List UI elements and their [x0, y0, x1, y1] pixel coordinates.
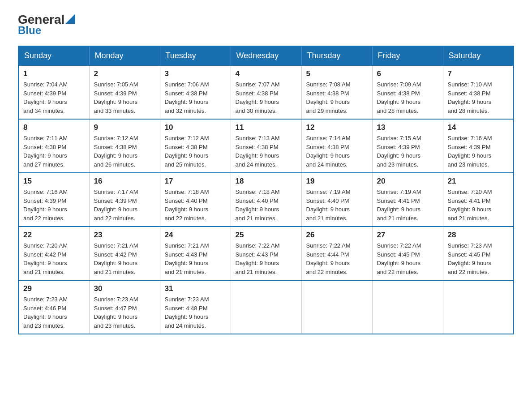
day-number: 13 [377, 123, 438, 132]
day-number: 10 [165, 123, 226, 132]
calendar-cell: 7 Sunrise: 7:10 AM Sunset: 4:38 PM Dayli… [443, 65, 514, 119]
day-number: 9 [94, 123, 155, 132]
day-number: 29 [23, 284, 85, 293]
day-info: Sunrise: 7:16 AM Sunset: 4:39 PM Dayligh… [448, 134, 509, 169]
day-number: 4 [236, 69, 297, 78]
calendar-cell: 20 Sunrise: 7:19 AM Sunset: 4:41 PM Dayl… [372, 173, 443, 227]
day-number: 12 [306, 123, 368, 132]
calendar-week-row: 8 Sunrise: 7:11 AM Sunset: 4:38 PM Dayli… [18, 119, 514, 173]
day-info: Sunrise: 7:19 AM Sunset: 4:41 PM Dayligh… [377, 188, 438, 223]
calendar-cell: 25 Sunrise: 7:22 AM Sunset: 4:43 PM Dayl… [231, 227, 301, 280]
calendar-week-row: 22 Sunrise: 7:20 AM Sunset: 4:42 PM Dayl… [18, 227, 514, 280]
day-info: Sunrise: 7:22 AM Sunset: 4:44 PM Dayligh… [306, 241, 368, 276]
day-number: 28 [448, 231, 509, 240]
day-info: Sunrise: 7:13 AM Sunset: 4:38 PM Dayligh… [236, 134, 297, 169]
calendar-cell: 14 Sunrise: 7:16 AM Sunset: 4:39 PM Dayl… [443, 119, 514, 173]
weekday-header-saturday: Saturday [443, 46, 514, 65]
day-number: 31 [165, 284, 226, 293]
weekday-header-wednesday: Wednesday [231, 46, 301, 65]
day-info: Sunrise: 7:23 AM Sunset: 4:48 PM Dayligh… [165, 295, 226, 330]
day-number: 19 [306, 177, 368, 186]
day-number: 26 [306, 231, 368, 240]
weekday-header-monday: Monday [89, 46, 160, 65]
calendar-cell: 15 Sunrise: 7:16 AM Sunset: 4:39 PM Dayl… [18, 173, 89, 227]
calendar-week-row: 15 Sunrise: 7:16 AM Sunset: 4:39 PM Dayl… [18, 173, 514, 227]
calendar-cell: 31 Sunrise: 7:23 AM Sunset: 4:48 PM Dayl… [160, 280, 231, 334]
calendar-cell: 1 Sunrise: 7:04 AM Sunset: 4:39 PM Dayli… [18, 65, 89, 119]
day-number: 23 [94, 231, 155, 240]
day-info: Sunrise: 7:20 AM Sunset: 4:41 PM Dayligh… [448, 188, 509, 223]
day-number: 7 [448, 69, 509, 78]
calendar-cell [301, 280, 372, 334]
calendar-cell: 26 Sunrise: 7:22 AM Sunset: 4:44 PM Dayl… [301, 227, 372, 280]
weekday-header-sunday: Sunday [18, 46, 89, 65]
day-number: 3 [165, 69, 226, 78]
calendar-week-row: 1 Sunrise: 7:04 AM Sunset: 4:39 PM Dayli… [18, 65, 514, 119]
day-info: Sunrise: 7:21 AM Sunset: 4:42 PM Dayligh… [94, 241, 155, 276]
day-info: Sunrise: 7:18 AM Sunset: 4:40 PM Dayligh… [165, 188, 226, 223]
page-header: General Blue [18, 13, 514, 37]
day-number: 6 [377, 69, 438, 78]
calendar-cell: 21 Sunrise: 7:20 AM Sunset: 4:41 PM Dayl… [443, 173, 514, 227]
calendar-cell: 23 Sunrise: 7:21 AM Sunset: 4:42 PM Dayl… [89, 227, 160, 280]
day-number: 20 [377, 177, 438, 186]
day-info: Sunrise: 7:22 AM Sunset: 4:45 PM Dayligh… [377, 241, 438, 276]
day-info: Sunrise: 7:23 AM Sunset: 4:47 PM Dayligh… [94, 295, 155, 330]
day-number: 27 [377, 231, 438, 240]
day-number: 24 [165, 231, 226, 240]
day-number: 22 [23, 231, 85, 240]
day-number: 16 [94, 177, 155, 186]
day-info: Sunrise: 7:05 AM Sunset: 4:39 PM Dayligh… [94, 80, 155, 115]
calendar-cell: 17 Sunrise: 7:18 AM Sunset: 4:40 PM Dayl… [160, 173, 231, 227]
calendar-cell: 27 Sunrise: 7:22 AM Sunset: 4:45 PM Dayl… [372, 227, 443, 280]
calendar-cell: 28 Sunrise: 7:23 AM Sunset: 4:45 PM Dayl… [443, 227, 514, 280]
day-number: 21 [448, 177, 509, 186]
calendar-cell: 5 Sunrise: 7:08 AM Sunset: 4:38 PM Dayli… [301, 65, 372, 119]
day-info: Sunrise: 7:23 AM Sunset: 4:45 PM Dayligh… [448, 241, 509, 276]
calendar-cell: 13 Sunrise: 7:15 AM Sunset: 4:39 PM Dayl… [372, 119, 443, 173]
day-number: 18 [236, 177, 297, 186]
weekday-header-friday: Friday [372, 46, 443, 65]
day-info: Sunrise: 7:18 AM Sunset: 4:40 PM Dayligh… [236, 188, 297, 223]
logo: General Blue [18, 13, 75, 37]
svg-marker-0 [65, 14, 75, 24]
day-number: 17 [165, 177, 226, 186]
day-info: Sunrise: 7:06 AM Sunset: 4:38 PM Dayligh… [165, 80, 226, 115]
calendar-cell: 9 Sunrise: 7:12 AM Sunset: 4:38 PM Dayli… [89, 119, 160, 173]
calendar-cell: 19 Sunrise: 7:19 AM Sunset: 4:40 PM Dayl… [301, 173, 372, 227]
day-info: Sunrise: 7:21 AM Sunset: 4:43 PM Dayligh… [165, 241, 226, 276]
day-info: Sunrise: 7:09 AM Sunset: 4:38 PM Dayligh… [377, 80, 438, 115]
calendar-cell: 12 Sunrise: 7:14 AM Sunset: 4:38 PM Dayl… [301, 119, 372, 173]
day-info: Sunrise: 7:16 AM Sunset: 4:39 PM Dayligh… [23, 188, 85, 223]
day-info: Sunrise: 7:08 AM Sunset: 4:38 PM Dayligh… [306, 80, 368, 115]
weekday-header-row: SundayMondayTuesdayWednesdayThursdayFrid… [18, 46, 514, 65]
day-info: Sunrise: 7:20 AM Sunset: 4:42 PM Dayligh… [23, 241, 85, 276]
calendar-table: SundayMondayTuesdayWednesdayThursdayFrid… [18, 46, 514, 334]
calendar-cell: 3 Sunrise: 7:06 AM Sunset: 4:38 PM Dayli… [160, 65, 231, 119]
weekday-header-tuesday: Tuesday [160, 46, 231, 65]
calendar-cell [231, 280, 301, 334]
day-info: Sunrise: 7:04 AM Sunset: 4:39 PM Dayligh… [23, 80, 85, 115]
calendar-cell: 8 Sunrise: 7:11 AM Sunset: 4:38 PM Dayli… [18, 119, 89, 173]
day-info: Sunrise: 7:23 AM Sunset: 4:46 PM Dayligh… [23, 295, 85, 330]
day-info: Sunrise: 7:10 AM Sunset: 4:38 PM Dayligh… [448, 80, 509, 115]
calendar-cell: 18 Sunrise: 7:18 AM Sunset: 4:40 PM Dayl… [231, 173, 301, 227]
calendar-cell: 2 Sunrise: 7:05 AM Sunset: 4:39 PM Dayli… [89, 65, 160, 119]
day-info: Sunrise: 7:12 AM Sunset: 4:38 PM Dayligh… [94, 134, 155, 169]
calendar-cell: 4 Sunrise: 7:07 AM Sunset: 4:38 PM Dayli… [231, 65, 301, 119]
calendar-cell: 6 Sunrise: 7:09 AM Sunset: 4:38 PM Dayli… [372, 65, 443, 119]
calendar-cell: 11 Sunrise: 7:13 AM Sunset: 4:38 PM Dayl… [231, 119, 301, 173]
calendar-cell [372, 280, 443, 334]
weekday-header-thursday: Thursday [301, 46, 372, 65]
calendar-cell: 10 Sunrise: 7:12 AM Sunset: 4:38 PM Dayl… [160, 119, 231, 173]
day-number: 2 [94, 69, 155, 78]
logo-blue: Blue [18, 24, 41, 37]
calendar-cell: 24 Sunrise: 7:21 AM Sunset: 4:43 PM Dayl… [160, 227, 231, 280]
day-info: Sunrise: 7:12 AM Sunset: 4:38 PM Dayligh… [165, 134, 226, 169]
day-number: 5 [306, 69, 368, 78]
calendar-week-row: 29 Sunrise: 7:23 AM Sunset: 4:46 PM Dayl… [18, 280, 514, 334]
calendar-cell [443, 280, 514, 334]
day-info: Sunrise: 7:17 AM Sunset: 4:39 PM Dayligh… [94, 188, 155, 223]
day-number: 14 [448, 123, 509, 132]
day-number: 30 [94, 284, 155, 293]
